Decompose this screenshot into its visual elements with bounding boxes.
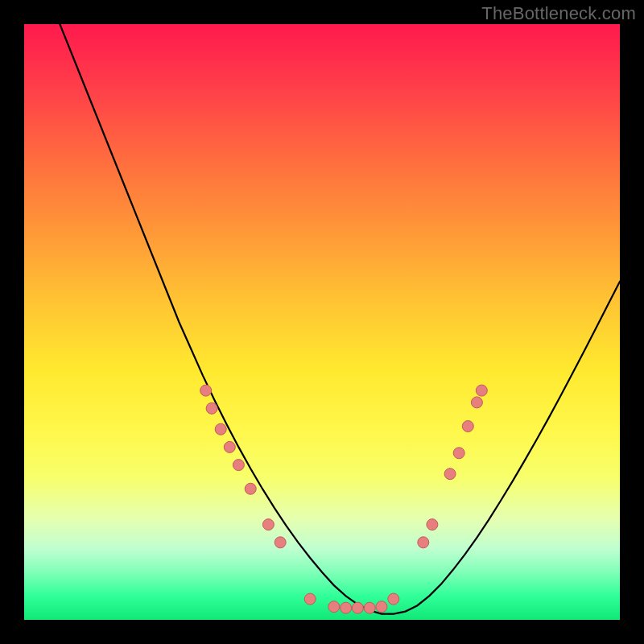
data-point	[388, 593, 399, 605]
data-point	[304, 593, 316, 605]
data-point	[206, 402, 217, 414]
data-point	[427, 519, 438, 530]
data-point	[418, 537, 429, 548]
data-point	[453, 448, 464, 459]
data-point	[233, 460, 244, 471]
data-point	[462, 421, 473, 432]
data-point	[341, 602, 352, 613]
data-point	[215, 423, 226, 435]
data-point	[444, 469, 456, 480]
bottleneck-curve	[60, 24, 620, 614]
plot-area	[24, 24, 620, 620]
data-point	[262, 519, 274, 530]
data-point	[364, 602, 375, 613]
data-point	[376, 601, 387, 613]
data-point	[200, 385, 212, 396]
watermark-label: TheBottleneck.com	[481, 3, 636, 24]
chart-svg	[24, 24, 620, 620]
data-point	[245, 483, 256, 494]
data-point	[352, 602, 363, 613]
data-point	[476, 385, 487, 396]
data-point	[275, 537, 286, 548]
data-point	[224, 441, 235, 452]
data-point	[328, 601, 340, 613]
chart-frame: TheBottleneck.com	[0, 0, 644, 644]
data-point	[471, 397, 482, 408]
